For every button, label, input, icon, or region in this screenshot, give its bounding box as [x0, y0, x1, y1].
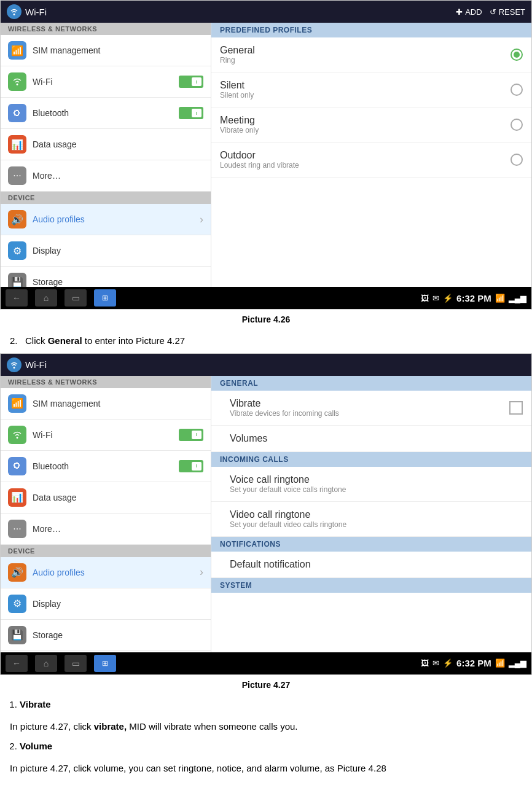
menu-item-wifi-2[interactable]: Wi-Fi I: [1, 420, 211, 451]
profile-outdoor[interactable]: Outdoor Loudest ring and vibrate: [211, 143, 531, 178]
wifi-label: Wi-Fi: [33, 77, 173, 87]
audio-icon: 🔊: [8, 210, 26, 228]
home-button-1[interactable]: ⌂: [35, 289, 57, 307]
reset-button-1[interactable]: ↺ RESET: [490, 7, 525, 17]
profile-outdoor-sub: Loudest ring and vibrate: [220, 161, 299, 170]
home-button-2[interactable]: ⌂: [35, 655, 57, 672]
storage-label: Storage: [33, 277, 203, 287]
menu-item-more-2[interactable]: ··· More…: [1, 514, 211, 545]
recents-button-1[interactable]: ▭: [65, 289, 87, 307]
video-ringtone-item[interactable]: Video call ringtone Set your default vid…: [211, 502, 531, 537]
screenshot-1: Wi-Fi ✚ ADD ↺ RESET WIRELESS & NETWORKS …: [0, 0, 532, 310]
display-icon: ⚙: [8, 241, 26, 260]
profile-silent-name: Silent: [220, 80, 254, 91]
status-gallery-icon: 🖼: [421, 294, 429, 303]
qr-button-2[interactable]: ⊞: [94, 655, 116, 672]
radio-general[interactable]: [510, 49, 523, 61]
vibrate-title: Vibrate: [230, 398, 339, 409]
menu-item-wifi[interactable]: Wi-Fi I: [1, 66, 211, 98]
profile-meeting-text: Meeting Vibrate only: [220, 115, 259, 135]
menu-item-display-2[interactable]: ⚙ Display: [1, 588, 211, 620]
radio-meeting[interactable]: [510, 119, 523, 131]
section-device-1: DEVICE: [1, 192, 211, 204]
volumes-title: Volumes: [230, 433, 267, 444]
volumes-item[interactable]: Volumes: [211, 426, 531, 452]
default-notification-text: Default notification: [230, 559, 311, 570]
voice-ringtone-item[interactable]: Voice call ringtone Set your default voi…: [211, 467, 531, 502]
menu-item-storage[interactable]: 💾 Storage: [1, 267, 211, 287]
display-label: Display: [33, 246, 203, 256]
wifi-app-icon-2: [7, 357, 22, 372]
video-ringtone-title: Video call ringtone: [230, 509, 346, 520]
general-header: GENERAL: [211, 376, 531, 391]
statusbar-2: ← ⌂ ▭ ⊞ 🖼 ✉ ⚡ 6:32 PM 📶 ▂▄▆: [1, 652, 531, 674]
profile-outdoor-name: Outdoor: [220, 150, 299, 161]
more-icon-2: ···: [8, 520, 26, 538]
radio-silent[interactable]: [510, 84, 523, 96]
bluetooth-toggle-2[interactable]: I: [179, 460, 203, 472]
bluetooth-icon: ⭘: [8, 104, 26, 122]
profile-meeting[interactable]: Meeting Vibrate only: [211, 107, 531, 143]
menu-item-more[interactable]: ··· More…: [1, 160, 211, 192]
wifi-toggle-2[interactable]: I: [179, 429, 203, 441]
menu-item-storage-2[interactable]: 💾 Storage: [1, 620, 211, 651]
topbar-left-2: Wi-Fi: [7, 357, 47, 372]
audio-label: Audio profiles: [33, 214, 194, 224]
profile-general[interactable]: General Ring: [211, 37, 531, 72]
status-signal-icon: ▂▄▆: [509, 294, 526, 303]
bluetooth-toggle[interactable]: I: [179, 107, 203, 119]
profile-meeting-sub: Vibrate only: [220, 126, 259, 135]
audio-label-2: Audio profiles: [33, 568, 194, 577]
video-ringtone-text: Video call ringtone Set your default vid…: [230, 509, 346, 529]
right-panel-2: GENERAL Vibrate Vibrate devices for inco…: [211, 376, 531, 652]
default-notification-item[interactable]: Default notification: [211, 552, 531, 578]
volumes-text: Volumes: [230, 433, 267, 444]
toggle-knob-wifi: I: [192, 77, 201, 86]
radio-outdoor[interactable]: [510, 154, 523, 166]
instruction-1: 2. Click General to enter into Picture 4…: [0, 329, 532, 353]
notes-list: Vibrate: [0, 695, 532, 716]
wifi-toggle[interactable]: I: [179, 76, 203, 88]
back-button-2[interactable]: ←: [6, 655, 28, 672]
menu-item-audio-2[interactable]: 🔊 Audio profiles ›: [1, 557, 211, 588]
arrow-right-icon: ›: [200, 213, 203, 226]
vibrate-sub: Vibrate devices for incoming calls: [230, 409, 339, 418]
recents-button-2[interactable]: ▭: [65, 655, 87, 672]
back-button-1[interactable]: ←: [6, 289, 28, 307]
add-button-1[interactable]: ✚ ADD: [456, 7, 482, 17]
profile-silent-text: Silent Silent only: [220, 80, 254, 100]
profile-silent[interactable]: Silent Silent only: [211, 72, 531, 107]
system-header: SYSTEM: [211, 578, 531, 593]
topbar-right-1: ✚ ADD ↺ RESET: [456, 7, 525, 17]
instruction-rest-1: to enter into Picture 4.27: [82, 335, 186, 346]
more-icon: ···: [8, 166, 26, 185]
profile-meeting-name: Meeting: [220, 115, 259, 126]
status-msg-icon-2: ✉: [432, 658, 439, 668]
menu-item-bluetooth[interactable]: ⭘ Bluetooth I: [1, 98, 211, 129]
menu-item-data[interactable]: 📊 Data usage: [1, 129, 211, 160]
arrow-right-icon-2: ›: [200, 566, 203, 579]
menu-item-display[interactable]: ⚙ Display: [1, 235, 211, 267]
status-wifi-icon-2: 📶: [495, 658, 505, 668]
default-notification-title: Default notification: [230, 559, 311, 570]
menu-item-sim[interactable]: 📶 SIM management: [1, 35, 211, 66]
display-label-2: Display: [33, 599, 203, 609]
note-2-bold: Volume: [20, 741, 52, 751]
status-gallery-icon-2: 🖼: [421, 658, 429, 668]
status-wifi-icon: 📶: [495, 294, 505, 303]
menu-item-sim-2[interactable]: 📶 SIM management: [1, 388, 211, 420]
menu-item-data-2[interactable]: 📊 Data usage: [1, 482, 211, 514]
qr-button-1[interactable]: ⊞: [94, 289, 116, 307]
topbar-1: Wi-Fi ✚ ADD ↺ RESET: [1, 1, 531, 23]
menu-item-audio[interactable]: 🔊 Audio profiles ›: [1, 204, 211, 235]
note-1-bold-word: vibrate,: [94, 721, 127, 732]
menu-item-battery-2[interactable]: 🔋 Battery: [1, 651, 211, 652]
menu-item-bluetooth-2[interactable]: ⭘ Bluetooth I: [1, 451, 211, 482]
status-bt-icon-2: ⚡: [443, 658, 453, 668]
vibrate-checkbox[interactable]: [509, 401, 523, 415]
vibrate-item[interactable]: Vibrate Vibrate devices for incoming cal…: [211, 391, 531, 426]
wifi-icon-2: [8, 426, 26, 444]
topbar-title-1: Wi-Fi: [25, 7, 47, 17]
note-1-bold: Vibrate: [20, 699, 51, 709]
storage-icon: 💾: [8, 273, 26, 287]
